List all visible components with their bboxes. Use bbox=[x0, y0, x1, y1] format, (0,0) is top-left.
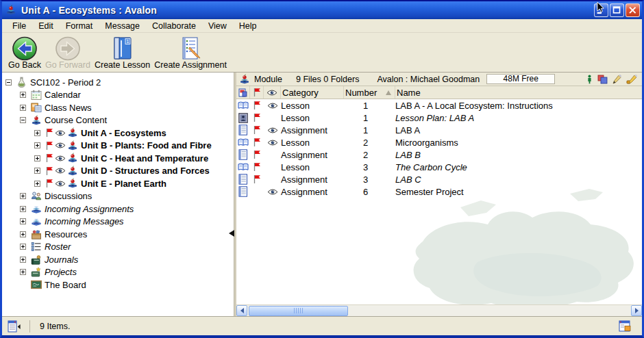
list-row-the-carbon-cycle[interactable]: Lesson3The Carbon Cycle bbox=[236, 161, 642, 173]
maximize-button[interactable] bbox=[610, 3, 624, 17]
expander-plus-icon[interactable] bbox=[20, 257, 26, 263]
eye-icon bbox=[264, 139, 281, 146]
layers-button[interactable] bbox=[597, 75, 608, 84]
menu-item-edit[interactable]: Edit bbox=[32, 20, 60, 32]
menu-item-view[interactable]: View bbox=[202, 20, 233, 32]
go-back-button[interactable]: Go Back bbox=[6, 35, 43, 70]
expander-plus-icon[interactable] bbox=[20, 244, 26, 250]
tree-item-unit-b-plants-food-and-fibre[interactable]: Unit B - Plants: Food and Fibre bbox=[2, 140, 234, 153]
create-lesson-button[interactable]: 1Create Lesson bbox=[92, 35, 152, 70]
menu-item-file[interactable]: File bbox=[6, 20, 32, 32]
tree-item-class-news[interactable]: Class News bbox=[2, 101, 234, 114]
tree-item-unit-e-planet-earth[interactable]: Unit E - Planet Earth bbox=[2, 177, 234, 190]
column-header-category[interactable]: Category bbox=[281, 86, 344, 99]
list-row-microorganisms[interactable]: Lesson2Microorganisms bbox=[236, 136, 642, 148]
tree-item-the-board[interactable]: The Board bbox=[2, 278, 234, 291]
column-header-eye[interactable] bbox=[264, 86, 281, 99]
title-bar[interactable]: Unit A - Ecosystems : Avalon bbox=[2, 1, 642, 19]
expander-plus-icon[interactable] bbox=[20, 92, 26, 98]
expander-plus-icon[interactable] bbox=[34, 142, 40, 148]
main-area: SCI102 - Period 2CalendarClass NewsCours… bbox=[2, 73, 642, 316]
expander-plus-icon[interactable] bbox=[20, 231, 26, 237]
tree-item-label: Incoming Messages bbox=[45, 216, 124, 226]
eye-icon bbox=[55, 155, 66, 162]
list-row-lab-b[interactable]: Assignment2LAB B bbox=[236, 148, 642, 161]
go-back-icon bbox=[12, 36, 38, 61]
expander-plus-icon[interactable] bbox=[34, 168, 40, 174]
window-view-button[interactable] bbox=[619, 320, 632, 333]
column-header-item[interactable] bbox=[236, 86, 250, 99]
left-arrow-icon bbox=[240, 308, 244, 313]
minimize-button[interactable] bbox=[594, 3, 608, 17]
journals-icon bbox=[31, 255, 42, 265]
tree-item-label: Unit B - Plants: Food and Fibre bbox=[81, 140, 212, 151]
apple-books-icon bbox=[31, 115, 42, 126]
flag-icon bbox=[250, 150, 264, 159]
tree-item-unit-c-heat-and-temperature[interactable]: Unit C - Heat and Temperature bbox=[2, 152, 234, 165]
create-assignment-button[interactable]: Create Assignment bbox=[152, 35, 229, 70]
list-row-lab-a-a-local-ecosystem-instructions[interactable]: Lesson1LAB A - A Local Ecosystem: Instru… bbox=[236, 99, 642, 112]
list-row-lab-c[interactable]: Assignment3LAB C bbox=[236, 173, 642, 185]
flag-icon bbox=[250, 138, 264, 147]
tree-item-journals[interactable]: Journals bbox=[2, 253, 234, 266]
tree-item-calendar[interactable]: Calendar bbox=[2, 89, 234, 102]
tree-item-resources[interactable]: Resources bbox=[2, 228, 234, 241]
expander-plus-icon[interactable] bbox=[20, 105, 26, 111]
list-row-semester-project[interactable]: Assignment6Semester Project bbox=[236, 185, 642, 198]
collapse-arrow-icon[interactable] bbox=[229, 230, 234, 237]
toolbar: Go BackGo Forward1Create LessonCreate As… bbox=[2, 33, 642, 73]
books-blue-icon bbox=[31, 216, 42, 226]
tree-item-roster[interactable]: Roster bbox=[2, 241, 234, 254]
map-watermark bbox=[395, 187, 642, 304]
split-view-button[interactable] bbox=[8, 320, 21, 333]
expander-plus-icon[interactable] bbox=[20, 269, 26, 275]
expander-plus-icon[interactable] bbox=[20, 218, 26, 224]
expander-plus-icon[interactable] bbox=[34, 155, 40, 161]
tree-item-sci102-period-2[interactable]: SCI102 - Period 2 bbox=[2, 76, 234, 89]
column-header-name[interactable]: Name bbox=[395, 86, 642, 99]
category-header-label: Category bbox=[282, 88, 319, 98]
tree-item-incoming-assignments[interactable]: Incoming Assignments bbox=[2, 203, 234, 216]
tree-item-course-content[interactable]: Course Content bbox=[2, 114, 234, 127]
pencil-button[interactable] bbox=[612, 75, 621, 84]
projects-icon bbox=[31, 267, 42, 277]
menu-item-help[interactable]: Help bbox=[233, 20, 263, 32]
number-cell: 6 bbox=[344, 187, 395, 197]
menu-item-collaborate[interactable]: Collaborate bbox=[146, 20, 202, 32]
tree-item-unit-a-ecosystems[interactable]: Unit A - Ecosystems bbox=[2, 127, 234, 140]
toolbar-button-label: Create Lesson bbox=[95, 60, 150, 70]
number-cell: 2 bbox=[344, 138, 395, 148]
list-row-lab-a[interactable]: Assignment1LAB A bbox=[236, 124, 642, 136]
expander-minus-icon[interactable] bbox=[5, 79, 12, 86]
gold-pencil-button[interactable] bbox=[626, 75, 638, 84]
expander-minus-icon[interactable] bbox=[20, 117, 26, 123]
eye-icon bbox=[55, 129, 66, 137]
scroll-right-button[interactable] bbox=[631, 305, 642, 316]
free-space-indicator: 48M Free bbox=[486, 74, 555, 84]
tree-item-discussions[interactable]: Discussions bbox=[2, 190, 234, 203]
tree-item-incoming-messages[interactable]: Incoming Messages bbox=[2, 216, 234, 229]
expander-plus-icon[interactable] bbox=[34, 130, 40, 136]
list-row-lesson-plan-lab-a[interactable]: Lesson1Lesson Plan: LAB A bbox=[236, 112, 642, 124]
presence-button[interactable] bbox=[586, 75, 593, 84]
scroll-left-button[interactable] bbox=[236, 305, 247, 316]
flag-icon bbox=[45, 153, 53, 163]
column-header-flag[interactable] bbox=[250, 86, 264, 99]
info-bar: Module 9 Files 0 Folders Avalon : Michae… bbox=[236, 73, 642, 86]
menu-item-message[interactable]: Message bbox=[99, 20, 146, 32]
category-cell: Lesson bbox=[281, 162, 344, 172]
tree-item-label: Journals bbox=[45, 255, 78, 265]
column-header-number[interactable]: Number bbox=[344, 86, 395, 99]
category-cell: Assignment bbox=[281, 187, 344, 197]
tree-item-unit-d-structures-and-forces[interactable]: Unit D - Structures and Forces bbox=[2, 165, 234, 178]
scrollbar-thumb[interactable] bbox=[249, 306, 348, 316]
number-header-label: Number bbox=[345, 88, 377, 98]
name-cell: Lesson Plan: LAB A bbox=[395, 113, 642, 123]
expander-plus-icon[interactable] bbox=[20, 193, 26, 199]
expander-plus-icon[interactable] bbox=[20, 206, 26, 212]
horizontal-scrollbar[interactable] bbox=[236, 304, 642, 316]
tree-item-projects[interactable]: Projects bbox=[2, 266, 234, 279]
close-button[interactable] bbox=[626, 3, 640, 17]
menu-item-format[interactable]: Format bbox=[60, 20, 99, 32]
expander-plus-icon[interactable] bbox=[34, 181, 40, 187]
